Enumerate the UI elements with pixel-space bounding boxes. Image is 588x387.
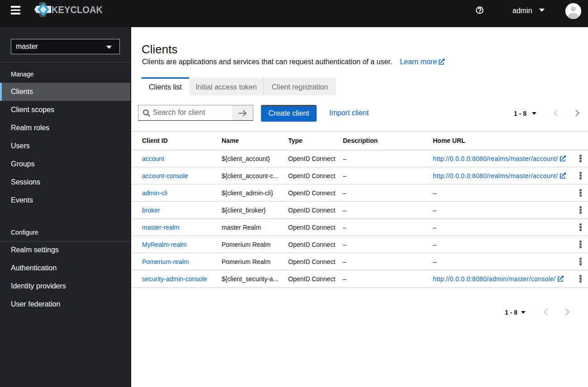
svg-text:KEYCLOAK: KEYCLOAK [52,4,103,15]
